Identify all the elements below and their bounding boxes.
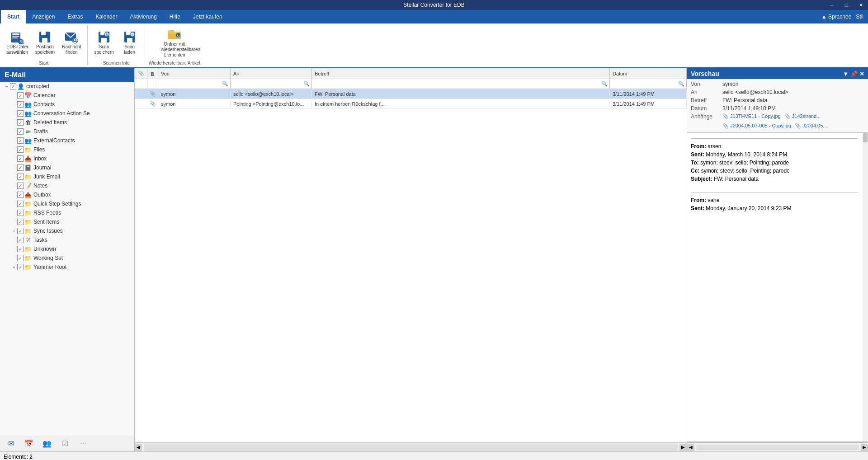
postfach-label: Postfachspeichern (35, 44, 55, 55)
col-header-paperclip[interactable]: 📎 (135, 68, 147, 79)
tree-item-journal[interactable]: + 📓 Journal (0, 163, 134, 172)
nav-tasks-button[interactable]: ☑ (58, 437, 72, 450)
close-button[interactable]: ✕ (854, 0, 868, 10)
search-betreff-input[interactable] (314, 81, 608, 87)
maximize-button[interactable]: □ (839, 0, 854, 10)
tree-item-sync[interactable]: + 📁 Sync Issues (0, 226, 134, 235)
nav-calendar-button[interactable]: 📅 (22, 437, 36, 450)
tree-item-quick-step[interactable]: + 📁 Quick Step Settings (0, 199, 134, 208)
tree-item-tasks[interactable]: + ☑ Tasks (0, 235, 134, 244)
nav-mail-button[interactable]: ✉ (4, 437, 18, 450)
nav-more-button[interactable]: ··· (76, 437, 90, 450)
tree-item-outbox[interactable]: + 📤 Outbox (0, 190, 134, 199)
col-header-betreff[interactable]: Betreff (312, 68, 610, 79)
preview-scroll-right[interactable]: ▶ (861, 444, 868, 451)
preview-scroll-track[interactable] (863, 133, 868, 441)
attachment-1[interactable]: 📎 J13THVE11 - Copy.jpg (722, 113, 781, 119)
email-row-2[interactable]: 📎 symon Pointing <Pointing@exch10.lo... … (135, 99, 687, 109)
nachricht-finden-button[interactable]: Nachrichtfinden (59, 28, 84, 57)
expand-corrupted[interactable]: − (4, 83, 10, 89)
tree-item-yammer[interactable]: + 📁 Yammer Root (0, 263, 134, 272)
scroll-left-arrow[interactable]: ◀ (135, 444, 142, 451)
preview-scroll-left[interactable]: ◀ (687, 444, 694, 451)
checkbox-tasks[interactable] (17, 237, 24, 243)
expand-yammer[interactable]: + (11, 264, 17, 270)
tree-item-corrupted[interactable]: − 👤 corrupted (0, 82, 134, 91)
search-von-input[interactable] (160, 81, 228, 87)
ordner-mit-button[interactable]: ↻ Ordner mitwiederherstellbarenElementen (156, 25, 193, 60)
preview-h-scrollbar[interactable] (696, 445, 859, 450)
stil-control[interactable]: Stil (856, 14, 863, 20)
col-header-datum[interactable]: Datum (610, 68, 687, 79)
tree-item-inbox[interactable]: + 📥 Inbox (0, 154, 134, 163)
preview-pin-button[interactable]: ▼ (843, 70, 849, 77)
checkbox-junk[interactable] (17, 174, 24, 180)
tree-item-drafts[interactable]: + ✏ Drafts (0, 127, 134, 136)
checkbox-external[interactable] (17, 137, 24, 144)
tree-item-external[interactable]: + 👥 ExternalContacts (0, 136, 134, 145)
tab-kalender[interactable]: Kalender (89, 10, 123, 23)
preview-dock-button[interactable]: 📌 (850, 70, 858, 77)
tree-item-conv-action[interactable]: + 👥 Conversation Action Se (0, 109, 134, 118)
email-row-1[interactable]: 📎 symon sello <sello@exch10.local> FW: P… (135, 89, 687, 99)
search-betreff-icon[interactable]: 🔍 (601, 81, 608, 87)
expand-sync[interactable]: + (11, 228, 17, 234)
sprachee-control[interactable]: ▲ Sprachee (821, 14, 852, 20)
tree-item-contacts[interactable]: + 👥 Contacts (0, 100, 134, 109)
tree-item-notes[interactable]: + 📝 Notes (0, 181, 134, 190)
search-datum-input[interactable] (612, 81, 684, 87)
checkbox-sync[interactable] (17, 228, 24, 234)
tab-anzeigen[interactable]: Anzeigen (26, 10, 61, 23)
checkbox-unknown[interactable] (17, 246, 24, 252)
checkbox-conv[interactable] (17, 110, 24, 117)
checkbox-ws[interactable] (17, 255, 24, 261)
tree-item-working-set[interactable]: + 📁 Working Set (0, 253, 134, 263)
tree-item-junk[interactable]: + 📁 Junk Email (0, 172, 134, 181)
horizontal-scrollbar[interactable] (144, 444, 678, 451)
nav-contacts-button[interactable]: 👥 (40, 437, 54, 450)
preview-close-button[interactable]: ✕ (859, 70, 864, 77)
checkbox-yammer[interactable] (17, 264, 24, 270)
tree-item-unknown[interactable]: + 📁 Unknown (0, 244, 134, 253)
checkbox-rss[interactable] (17, 210, 24, 216)
scroll-right-arrow[interactable]: ▶ (679, 444, 687, 451)
tree-item-rss[interactable]: + 📁 RSS Feeds (0, 208, 134, 217)
tree-item-files[interactable]: + 📁 Files (0, 145, 134, 154)
checkbox-qs[interactable] (17, 201, 24, 207)
checkbox-notes[interactable] (17, 183, 24, 189)
tree-item-sent[interactable]: + 📁 Sent Items (0, 217, 134, 226)
tab-jetzt-kaufen[interactable]: Jetzt kaufen (187, 10, 229, 23)
col-header-von[interactable]: Von (158, 68, 231, 79)
checkbox-contacts[interactable] (17, 101, 24, 108)
attachment-3[interactable]: 📎 J2004.05.07-005 - Copy.jpg (722, 123, 791, 129)
checkbox-corrupted[interactable] (10, 83, 16, 89)
checkbox-inbox[interactable] (17, 155, 24, 162)
tab-hilfe[interactable]: Hilfe (163, 10, 187, 23)
search-an-icon[interactable]: 🔍 (303, 81, 310, 87)
scan-laden-button[interactable]: ↑ Scanladen (118, 28, 141, 57)
edb-datei-button[interactable]: 🔍 EDB-Dateiauswählen (4, 28, 31, 57)
checkbox-deleted[interactable] (17, 119, 24, 126)
checkbox-journal[interactable] (17, 164, 24, 171)
tab-extras[interactable]: Extras (61, 10, 89, 23)
scan-speichern-button[interactable]: ↻ Scanspeichern (91, 28, 116, 57)
search-an-input[interactable] (232, 81, 310, 87)
tree-item-calendar[interactable]: + 📅 Calendar (0, 91, 134, 100)
col-header-an[interactable]: An (231, 68, 312, 79)
tree-item-deleted[interactable]: + 🗑 Deleted Items (0, 118, 134, 127)
search-von-icon[interactable]: 🔍 (222, 81, 228, 87)
search-datum-icon[interactable]: 🔍 (678, 81, 684, 87)
minimize-button[interactable]: ─ (825, 0, 839, 10)
col-header-trash[interactable]: 🗑 (147, 68, 158, 79)
attachment-4[interactable]: 📎 J2004.05.... (795, 123, 829, 129)
tab-aktivierung[interactable]: Aktivierung (123, 10, 163, 23)
attachment-2[interactable]: 📎 J142strand... (784, 113, 821, 119)
tab-start[interactable]: Start (1, 10, 26, 23)
preview-scroll-thumb[interactable] (863, 133, 868, 142)
checkbox-files[interactable] (17, 146, 24, 153)
checkbox-calendar[interactable] (17, 92, 24, 99)
checkbox-drafts[interactable] (17, 128, 24, 135)
checkbox-sent[interactable] (17, 219, 24, 225)
postfach-speichern-button[interactable]: Postfachspeichern (33, 28, 57, 57)
checkbox-outbox[interactable] (17, 192, 24, 198)
